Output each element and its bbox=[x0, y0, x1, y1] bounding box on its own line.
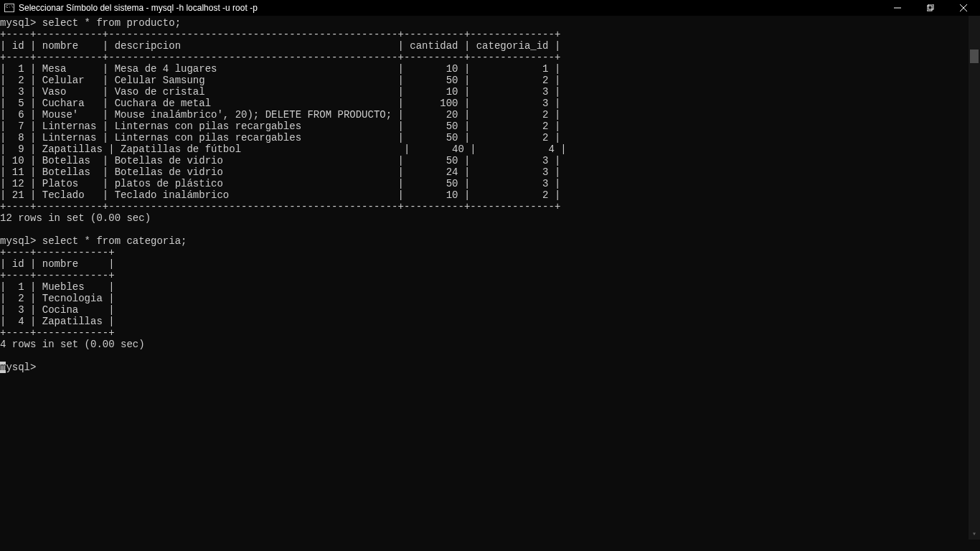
table-row: | 10 | Botellas | Botellas de vidrio | 5… bbox=[0, 155, 560, 166]
table-row: | 11 | Botellas | Botellas de vidrio | 2… bbox=[0, 166, 560, 178]
titlebar-left: Seleccionar Símbolo del sistema - mysql … bbox=[4, 3, 258, 13]
table-row: | 4 | Zapatillas | bbox=[0, 316, 115, 327]
table-border: +----+------------+ bbox=[0, 270, 115, 281]
table-row: | 5 | Cuchara | Cuchara de metal | 100 |… bbox=[0, 98, 560, 109]
terminal-output[interactable]: mysql> select * from producto; +----+---… bbox=[0, 16, 980, 373]
svg-rect-1 bbox=[927, 6, 932, 11]
table-row: | 6 | Mouse' | Mouse inalámbrico', 20); … bbox=[0, 109, 560, 121]
table-border: +----+------------+ bbox=[0, 327, 115, 339]
table-row: | 2 | Tecnologia | bbox=[0, 293, 115, 304]
table-row: | 7 | Linternas | Linternas con pilas re… bbox=[0, 121, 560, 132]
table-border: +----+-----------+----------------------… bbox=[0, 29, 560, 40]
window-title: Seleccionar Símbolo del sistema - mysql … bbox=[19, 3, 258, 13]
scroll-down-arrow-icon[interactable]: ▾ bbox=[969, 528, 980, 540]
prompt-line-3: ysql> bbox=[6, 362, 36, 373]
table-header-categoria: | id | nombre | bbox=[0, 258, 115, 270]
table-row: | 9 | Zapatillas | Zapatillas de fútbol … bbox=[0, 143, 567, 155]
table-row: | 21 | Teclado | Teclado inalámbrico | 1… bbox=[0, 189, 560, 201]
table-row: | 3 | Vaso | Vaso de cristal | 10 | 3 | bbox=[0, 86, 560, 98]
close-button[interactable] bbox=[947, 0, 980, 16]
table-border: +----+-----------+----------------------… bbox=[0, 52, 560, 63]
query-line-2: mysql> select * from categoria; bbox=[0, 235, 187, 247]
maximize-button[interactable] bbox=[914, 0, 947, 16]
table-row: | 2 | Celular | Celular Samsung | 50 | 2… bbox=[0, 75, 560, 86]
table-row: | 8 | Linternas | Linternas con pilas re… bbox=[0, 132, 560, 143]
window-titlebar: Seleccionar Símbolo del sistema - mysql … bbox=[0, 0, 980, 16]
cmd-icon bbox=[4, 4, 14, 12]
svg-rect-2 bbox=[928, 4, 933, 9]
window-controls bbox=[881, 0, 980, 16]
minimize-button[interactable] bbox=[881, 0, 914, 16]
vertical-scrollbar[interactable]: ▾ bbox=[969, 16, 980, 540]
result-summary-1: 12 rows in set (0.00 sec) bbox=[0, 212, 151, 224]
scrollbar-thumb[interactable] bbox=[970, 50, 979, 63]
table-row: | 1 | Muebles | bbox=[0, 281, 115, 293]
result-summary-2: 4 rows in set (0.00 sec) bbox=[0, 339, 145, 350]
table-row: | 1 | Mesa | Mesa de 4 lugares | 10 | 1 … bbox=[0, 63, 560, 75]
table-row: | 3 | Cocina | bbox=[0, 304, 115, 316]
table-border: +----+-----------+----------------------… bbox=[0, 201, 560, 212]
query-line-1: mysql> select * from producto; bbox=[0, 17, 181, 29]
table-row: | 12 | Platos | platos de plástico | 50 … bbox=[0, 178, 560, 189]
table-border: +----+------------+ bbox=[0, 247, 115, 258]
table-header-producto: | id | nombre | descripcion | cantidad |… bbox=[0, 40, 560, 52]
